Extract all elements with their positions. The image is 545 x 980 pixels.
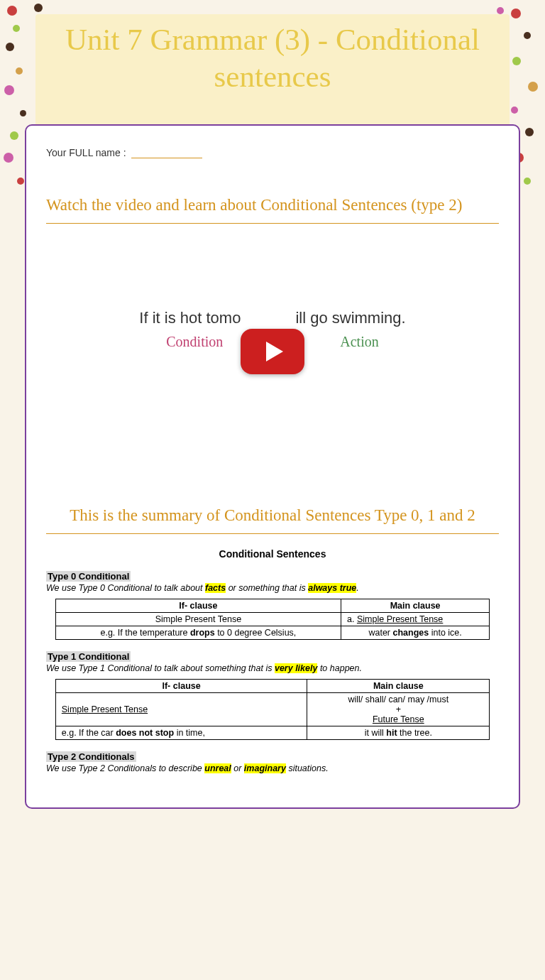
worksheet-card: Your FULL name : Watch the video and lea… (25, 124, 520, 809)
confetti-dot (16, 67, 23, 75)
confetti-dot (512, 57, 521, 65)
summary-content: Conditional Sentences Type 0 Conditional… (46, 548, 499, 773)
confetti-dot (4, 153, 13, 163)
section-summary-title: This is the summary of Conditional Sente… (46, 504, 499, 534)
confetti-dot (528, 82, 538, 92)
type0-desc: We use Type 0 Conditional to talk about … (46, 583, 499, 593)
confetti-dot (17, 178, 24, 185)
type2-desc: We use Type 2 Conditionals to describe u… (46, 763, 499, 773)
name-label: Your FULL name : (46, 147, 126, 158)
confetti-dot (524, 178, 531, 185)
confetti-dot (511, 9, 521, 18)
confetti-dot (34, 4, 43, 12)
type2-header: Type 2 Conditionals (46, 751, 136, 762)
summary-heading: Conditional Sentences (46, 548, 499, 560)
type0-header: Type 0 Conditional (46, 571, 131, 582)
confetti-dot (4, 85, 14, 95)
youtube-play-button[interactable] (241, 329, 304, 374)
page-title: Unit 7 Grammar (3) - Conditional sentenc… (50, 21, 495, 94)
confetti-dot (497, 7, 504, 14)
confetti-dot (6, 43, 14, 51)
name-field-row: Your FULL name : (46, 147, 499, 158)
page-title-box: Unit 7 Grammar (3) - Conditional sentenc… (35, 14, 510, 138)
confetti-dot (13, 25, 20, 32)
play-icon (266, 342, 283, 361)
type0-table: If- clauseMain clause Simple Present Ten… (55, 599, 490, 640)
confetti-dot (10, 131, 18, 140)
confetti-dot (20, 110, 26, 116)
confetti-dot (511, 107, 518, 114)
video-embed[interactable]: If it is hot tomoxxxxxxxill go swimming.… (46, 238, 499, 465)
section-video-title: Watch the video and learn about Conditio… (46, 194, 499, 224)
confetti-dot (7, 6, 17, 16)
type1-desc: We use Type 1 Conditional to talk about … (46, 663, 499, 673)
confetti-dot (525, 128, 534, 136)
type1-table: If- clauseMain clause Simple Present Ten… (55, 679, 490, 740)
video-example-sentence: If it is hot tomoxxxxxxxill go swimming. (46, 309, 499, 327)
confetti-dot (524, 32, 531, 39)
type1-header: Type 1 Conditional (46, 651, 131, 662)
name-input[interactable] (131, 147, 202, 158)
